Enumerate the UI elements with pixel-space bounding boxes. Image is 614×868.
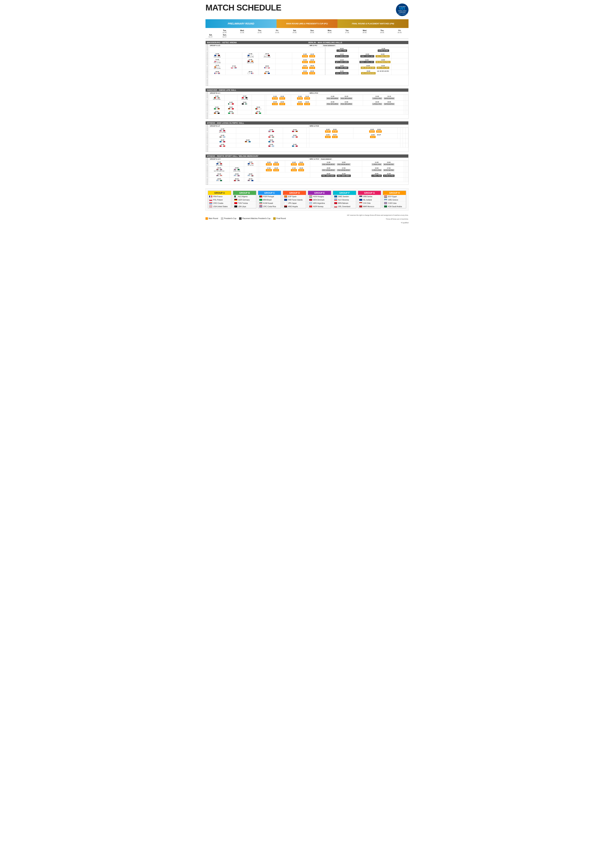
sf2-match: 15:00SF1: W GF2-W GF4 1/2: W SF1-W SF2	[358, 70, 392, 75]
group-h-box: GROUP H EGY Egypt GRE Greece CUB Cuba KS…	[383, 191, 406, 208]
pm-final-1: 11:00 W PM1-W PM2	[377, 48, 390, 52]
match-fra-pol: 18:00vs	[259, 64, 275, 70]
venue-athens-ano: ATHENS - ANO LIOSIA OLYMPIC HALL	[206, 121, 408, 125]
flag-nor-icon	[309, 205, 312, 208]
session-sidebar-rentis: MIDDAY SESSION EVENING SESSION	[206, 158, 209, 185]
group-f-team-3: BRN Bahrain	[333, 202, 356, 205]
pm10-match: 13:00PM10: L GF2-L GF4 13:005/6: W PM9-W…	[358, 58, 392, 64]
match-fra-cro: 19:30vs	[209, 70, 226, 75]
group-bc-label: GROUP B & C	[209, 92, 309, 95]
match-far-ang-1: 11:00vsFAR vs ANG	[209, 53, 226, 58]
date-0: Tue,20.06.	[216, 29, 234, 34]
flag-brn-icon	[334, 202, 337, 204]
flag-tun-icon	[234, 202, 237, 204]
magdeburg-berlin-table: 09:00 L PM1-L PM2 11:00 W PM1-W PM2	[209, 47, 408, 75]
group-f-header: GROUP F	[333, 191, 356, 195]
flag-crc-icon	[259, 205, 262, 208]
phase-main-round: MAIN ROUND (MR) & PRESIDENT'S CUP (PC)	[276, 19, 338, 28]
lpc7-match: 15:00L PC7-L PC8 17:00W PC7-W PC8	[362, 166, 404, 172]
match-esp-far2: 20:15vs	[259, 70, 275, 75]
mri-pci-label: MRI & PCI TEAM GERMANY*	[309, 44, 408, 47]
date-7: Tue.27.06.	[338, 29, 356, 34]
morning-row: 09:00 L PM1-L PM2 11:00 W PM1-W PM2	[209, 47, 408, 53]
mriv-pciv-label: MRIV & PCIV TEAM GREECE*	[309, 158, 408, 161]
hanover-table: 11:00vsPOR vs KUW 13:15vsTUN vs LBA 11:0…	[209, 95, 408, 115]
phase-preliminary: PRELIMINARY ROUND	[205, 19, 276, 28]
date-12: Sun.02.07.	[216, 34, 234, 38]
group-b-team-1: ALG Algeria	[233, 195, 256, 198]
match-slo-den2: 11:00vs	[260, 128, 283, 133]
group-d-team-3: JPN Japan	[283, 202, 306, 205]
group-h-header: GROUP H	[383, 191, 406, 195]
match-swe-den: 19:45vs	[209, 139, 236, 143]
venue-berlin: BERLIN - MAX-SCHMELING-HALLE	[307, 41, 408, 44]
match-18-00-por: 18:00vs	[252, 106, 265, 110]
pm9-match: 13:00PM9: L GF1-L GF3 13:007/8: L PM9-L …	[358, 53, 392, 58]
match-isl-chi: 13:15vsISL vs CHI	[244, 161, 257, 166]
match-den-arg: 11:00vs	[260, 143, 283, 147]
date-3: Fri.23.06.	[268, 29, 286, 34]
pc3-match: 19:45PC3: 3PCI-4PCII 14:00PC4: 4PCI-3PCI…	[316, 101, 363, 106]
pc5-match: 11:00PC5: 3PCIII-4PCIV 13:00PC6: 4PCIII-…	[310, 161, 362, 166]
date-11: Sat.01.07.	[205, 34, 216, 38]
group-b-header: GROUP B	[233, 191, 256, 195]
match-19-45: 19:45vs	[236, 139, 259, 143]
pm1-match: 09:00 L PM1-L PM2	[336, 48, 347, 52]
match-hun-arg: 11:00vs	[209, 133, 236, 139]
mr-1e1f: 12:001E-1F 2E-2F	[354, 133, 397, 139]
group-e-team-3: ARG Argentina	[308, 202, 331, 205]
flag-ksa-icon	[384, 205, 387, 208]
match-cub-ksa: 15:30vsCUB vs KSA	[229, 166, 244, 172]
mr-1e2f: 12:001E-2F 14:151F-2E	[309, 133, 353, 139]
flag-bra-icon	[259, 199, 262, 201]
group-ef-label: GROUP E & F	[209, 125, 309, 127]
flag-den-icon	[309, 199, 312, 201]
pc1-match: 11:00PC1: 1PCI-2PCII 13:15PC2: 2PCI-1PCI…	[316, 95, 363, 101]
group-h-team-2: GRE Greece	[383, 198, 406, 202]
date-9: Thu.29.06.	[374, 29, 391, 34]
match-esp-jpn: 13:15vsESP vs JPN	[209, 64, 226, 70]
flag-swe-icon	[334, 195, 337, 198]
mr-1c1d: 10:451C-1D 13:152C-2D	[291, 101, 316, 106]
group-d-header: GROUP D	[283, 191, 306, 195]
date-8: Wed.28.06.	[356, 29, 374, 34]
group-b-team-3: TUN Tunisia	[233, 202, 256, 205]
group-a-team-4: USA United States	[208, 205, 231, 208]
flag-hun-icon	[309, 195, 312, 198]
mr-3e4f: 12:453E-4F 19:003F-4E	[309, 128, 353, 133]
match-ger-lba: 19:20vs	[209, 110, 225, 115]
date-2: Thu.22.06.	[251, 29, 268, 34]
group-g-team-4: MAR Morocco	[358, 205, 381, 208]
match-usa-fra: 20:15vs	[242, 70, 259, 75]
evening-row-2: 19:30vs 20:15vs 20:15vs 13:151B-2A 20:30…	[209, 70, 408, 75]
logo-container: 24TH IHF MEN'S U21 HANDBALL WORLD CHAMPI…	[396, 3, 409, 16]
group-d-team-4: ANG Angola	[283, 205, 306, 208]
group-gh-label: GROUP G & H	[209, 158, 309, 161]
flag-srb-icon	[359, 195, 362, 198]
group-a-team-3: CRO Croatia	[208, 202, 231, 205]
flag-pol-icon	[209, 199, 212, 201]
group-g-box: GROUP G SRB Serbia ISL Iceland CHI Chile…	[358, 191, 381, 208]
group-e-header: GROUP E	[308, 191, 331, 195]
page-title: MATCH SCHEDULE	[205, 3, 281, 12]
match-slo-del: 11:00vsSLO vs DEN	[209, 128, 236, 133]
group-h-team-3: CUB Cuba	[383, 202, 406, 205]
mr-3c3d: 11:003C-3D 13:154C-4D	[291, 95, 316, 101]
match-mar-srb: 20:15vs	[229, 177, 244, 182]
rentis-table: 11:00vsISL vs MAR 13:15vsISL vs CHI 12:4…	[209, 161, 408, 182]
match-jpn-ang: 15:15vsJPN vs ANG	[259, 53, 275, 58]
match-ang-esp: 11:30vsANG vs ESP	[242, 58, 259, 64]
mr-3c4d: 11:003C-4D 13:303D-4C	[266, 95, 291, 101]
flag-mar-icon	[359, 205, 362, 208]
group-g-header: GROUP G	[358, 191, 381, 195]
flag-cro-icon	[209, 202, 212, 204]
flag-egy-icon	[384, 195, 387, 198]
match-arg-nor: 15:00vs	[283, 133, 307, 139]
legend-placement-matches: Placement Matches President's Cup	[239, 217, 270, 220]
match-lba-alg: 15:00vs	[237, 101, 252, 106]
flag-ang-icon	[284, 205, 287, 208]
svg-text:HANDBALL WORLD: HANDBALL WORLD	[398, 10, 406, 11]
group-e-box: GROUP E HUN Hungary DEN Denmark ARG Arge…	[308, 191, 331, 208]
match-15-00: 15:00vs	[225, 106, 237, 110]
svg-text:CHAMPIONSHIP: CHAMPIONSHIP	[399, 12, 406, 13]
